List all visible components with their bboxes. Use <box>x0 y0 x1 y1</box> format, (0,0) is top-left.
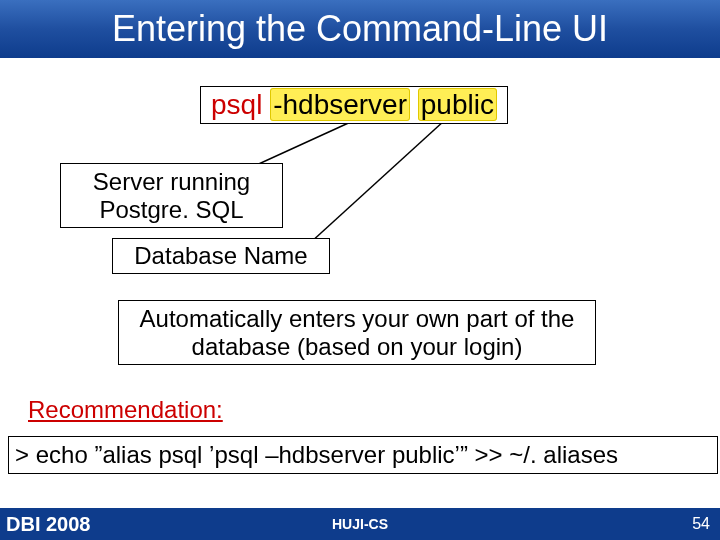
recommendation-heading: Recommendation: <box>28 396 223 424</box>
svg-line-0 <box>250 120 355 168</box>
database-name-label-box: Database Name <box>112 238 330 274</box>
svg-line-1 <box>310 120 445 243</box>
auto-login-note-box: Automatically enters your own part of th… <box>118 300 596 365</box>
footer-page-number: 54 <box>692 515 710 533</box>
cmd-database-name: public <box>418 88 497 121</box>
footer-left: DBI 2008 <box>6 513 91 536</box>
cmd-space2 <box>410 89 418 120</box>
cmd-psql-keyword: psql <box>211 89 262 120</box>
slide-body: psql -hdbserver public Server running Po… <box>0 58 720 488</box>
cmd-space1 <box>262 89 270 120</box>
psql-command-box: psql -hdbserver public <box>200 86 508 124</box>
title-bar: Entering the Command-Line UI <box>0 0 720 58</box>
cmd-host-flag-server: -hdbserver <box>270 88 410 121</box>
server-label-box: Server running Postgre. SQL <box>60 163 283 228</box>
slide-title: Entering the Command-Line UI <box>112 8 608 50</box>
footer-center: HUJI-CS <box>332 516 388 532</box>
alias-command-box: > echo ”alias psql ’psql –hdbserver publ… <box>8 436 718 474</box>
slide-footer: DBI 2008 HUJI-CS 54 <box>0 508 720 540</box>
